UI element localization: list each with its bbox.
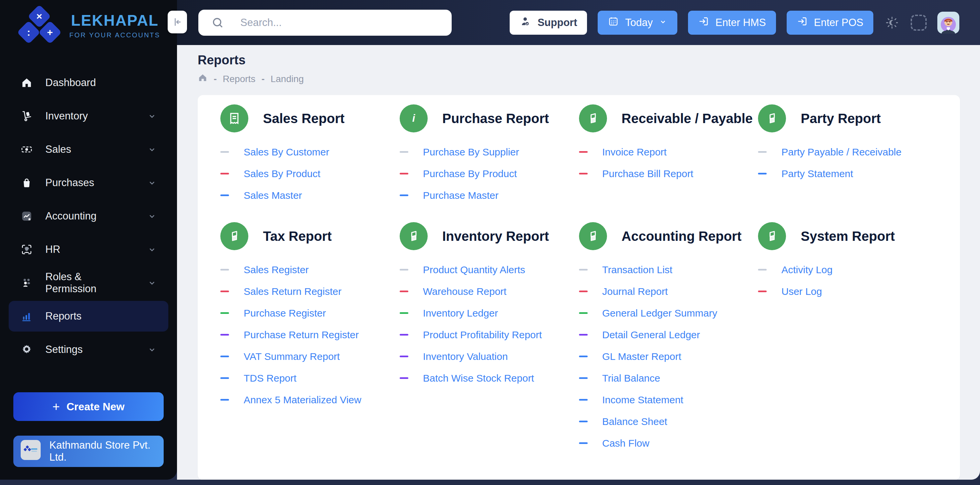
dash-bullet-icon (579, 399, 588, 400)
section-title: Inventory Report (442, 229, 549, 244)
support-person-icon (520, 15, 532, 30)
report-link-product-quantity-alerts[interactable]: Product Quantity Alerts (423, 264, 525, 276)
section-items: Party Payable / ReceivableParty Statemen… (758, 141, 937, 185)
section-header: Sales Report (220, 104, 400, 132)
sidebar-item-label: Settings (45, 343, 83, 356)
sidebar-item-label: Inventory (45, 110, 88, 122)
dash-bullet-icon (579, 312, 588, 314)
sidebar-item-inventory[interactable]: Inventory (9, 101, 168, 131)
report-link-invoice-report[interactable]: Invoice Report (602, 147, 667, 158)
sidebar-item-label: HR (45, 244, 60, 255)
enter-hms-button[interactable]: Enter HMS (688, 11, 776, 35)
section-header: System Report (758, 222, 937, 250)
report-link-party-statement[interactable]: Party Statement (781, 168, 853, 179)
report-link-batch-wise-stock-report[interactable]: Batch Wise Stock Report (423, 373, 534, 384)
calendar-icon (608, 16, 619, 30)
sidebar-item-roles-permission[interactable]: Roles & Permission (9, 268, 168, 298)
company-switcher-button[interactable]: Kathmandu Store Pvt. Ltd. (13, 436, 164, 467)
report-link-annex-5-materialized-view[interactable]: Annex 5 Materialized View (243, 394, 361, 405)
report-link-row: Warehouse Report (400, 281, 579, 302)
report-sections-grid: Sales ReportSales By CustomerSales By Pr… (220, 104, 937, 454)
bag-icon (20, 176, 33, 190)
report-link-purchase-register[interactable]: Purchase Register (243, 308, 326, 319)
report-link-purchase-master[interactable]: Purchase Master (423, 190, 499, 201)
report-link-sales-by-product[interactable]: Sales By Product (243, 168, 320, 179)
report-link-income-statement[interactable]: Income Statement (602, 394, 683, 405)
report-link-general-ledger-summary[interactable]: General Ledger Summary (602, 308, 718, 319)
global-search (198, 10, 452, 36)
breadcrumb-item-landing[interactable]: Landing (270, 74, 304, 85)
chevron-down-icon (659, 17, 667, 29)
report-link-tds-report[interactable]: TDS Report (243, 373, 296, 384)
section-title: Sales Report (263, 111, 345, 126)
enter-pos-button[interactable]: Enter POS (787, 11, 873, 35)
report-link-purchase-return-register[interactable]: Purchase Return Register (243, 329, 359, 341)
report-link-cash-flow[interactable]: Cash Flow (602, 438, 650, 449)
sidebar-item-accounting[interactable]: Accounting (9, 201, 168, 231)
report-link-purchase-bill-report[interactable]: Purchase Bill Report (602, 168, 693, 179)
report-link-sales-register[interactable]: Sales Register (243, 264, 309, 276)
sidebar-item-purchases[interactable]: Purchases (9, 168, 168, 198)
report-link-warehouse-report[interactable]: Warehouse Report (423, 286, 507, 297)
receipt-icon (220, 104, 248, 132)
sidebar-item-settings[interactable]: Settings (9, 334, 168, 365)
reports-card: Sales ReportSales By CustomerSales By Pr… (198, 95, 960, 480)
dash-bullet-icon (579, 173, 588, 174)
report-link-trial-balance[interactable]: Trial Balance (602, 373, 660, 384)
search-input[interactable] (240, 17, 440, 29)
sidebar-collapse-button[interactable] (168, 11, 187, 34)
report-link-purchase-by-supplier[interactable]: Purchase By Supplier (423, 147, 519, 158)
section-items: Transaction ListJournal ReportGeneral Le… (579, 259, 758, 454)
report-link-product-profitability-report[interactable]: Product Profitability Report (423, 329, 542, 341)
sidebar-item-label: Purchases (45, 177, 94, 189)
today-button[interactable]: Today (598, 11, 677, 35)
theme-toggle-button[interactable] (884, 15, 900, 31)
report-link-transaction-list[interactable]: Transaction List (602, 264, 673, 276)
report-link-gl-master-report[interactable]: GL Master Report (602, 351, 681, 362)
report-link-row: Sales Register (220, 259, 400, 281)
report-link-balance-sheet[interactable]: Balance Sheet (602, 416, 667, 427)
breadcrumb-separator: - (261, 74, 264, 85)
users-icon (20, 276, 33, 290)
report-link-sales-return-register[interactable]: Sales Return Register (243, 286, 341, 297)
sidebar-item-reports[interactable]: Reports (9, 301, 168, 332)
enter-pos-label: Enter POS (814, 17, 863, 29)
section-header: Inventory Report (400, 222, 579, 250)
report-link-sales-by-customer[interactable]: Sales By Customer (243, 147, 329, 158)
create-new-button[interactable]: + Create New (13, 392, 164, 421)
report-link-vat-summary-report[interactable]: VAT Summary Report (243, 351, 340, 362)
report-link-party-payable-receivable[interactable]: Party Payable / Receivable (781, 147, 901, 158)
user-avatar[interactable] (937, 12, 959, 34)
report-section-sales-report: Sales ReportSales By CustomerSales By Pr… (220, 104, 400, 206)
report-link-row: Trial Balance (579, 367, 758, 389)
support-label: Support (538, 17, 578, 29)
home-icon[interactable] (198, 73, 208, 85)
report-link-row: Purchase Return Register (220, 324, 400, 346)
breadcrumb-item-reports[interactable]: Reports (223, 74, 255, 85)
section-header: Receivable / Payable (579, 104, 758, 132)
report-link-row: Sales By Product (220, 163, 400, 185)
home-icon (20, 76, 33, 89)
report-link-row: Product Profitability Report (400, 324, 579, 346)
topbar: Support Today Enter HMS Enter POS (177, 0, 980, 45)
section-items: Invoice ReportPurchase Bill Report (579, 141, 758, 185)
fullscreen-button[interactable] (911, 15, 927, 31)
report-link-purchase-by-product[interactable]: Purchase By Product (423, 168, 517, 179)
support-button[interactable]: Support (510, 11, 587, 35)
sidebar-item-dashboard[interactable]: Dashboard (9, 67, 168, 98)
report-link-inventory-ledger[interactable]: Inventory Ledger (423, 308, 498, 319)
collapse-left-icon (172, 16, 183, 28)
section-items: Sales By CustomerSales By ProductSales M… (220, 141, 400, 206)
report-link-row: Purchase Master (400, 185, 579, 206)
sidebar-item-sales[interactable]: Sales (9, 134, 168, 165)
report-link-detail-general-ledger[interactable]: Detail General Ledger (602, 329, 700, 341)
report-link-inventory-valuation[interactable]: Inventory Valuation (423, 351, 508, 362)
login-arrow-icon (797, 16, 808, 30)
brand-name: LEKHAPAL (71, 11, 159, 29)
report-link-row: Journal Report (579, 281, 758, 302)
report-link-journal-report[interactable]: Journal Report (602, 286, 668, 297)
report-link-activity-log[interactable]: Activity Log (781, 264, 832, 276)
report-link-sales-master[interactable]: Sales Master (243, 190, 302, 201)
report-link-user-log[interactable]: User Log (781, 286, 822, 297)
sidebar-item-hr[interactable]: HR (9, 234, 168, 265)
